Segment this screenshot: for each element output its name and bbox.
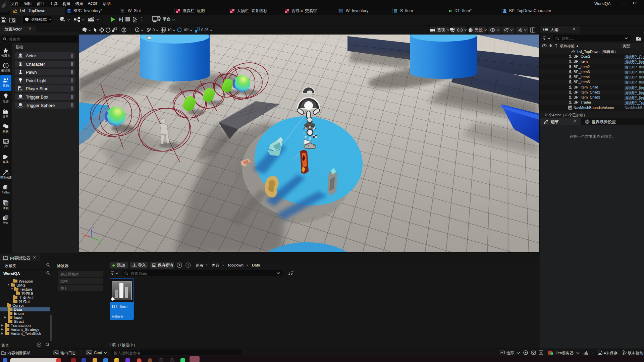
svg-text:y: y bbox=[99, 241, 101, 244]
svg-text:x: x bbox=[82, 232, 84, 235]
svg-text:z: z bbox=[93, 226, 94, 230]
svg-text:✱: ✱ bbox=[599, 353, 601, 355]
